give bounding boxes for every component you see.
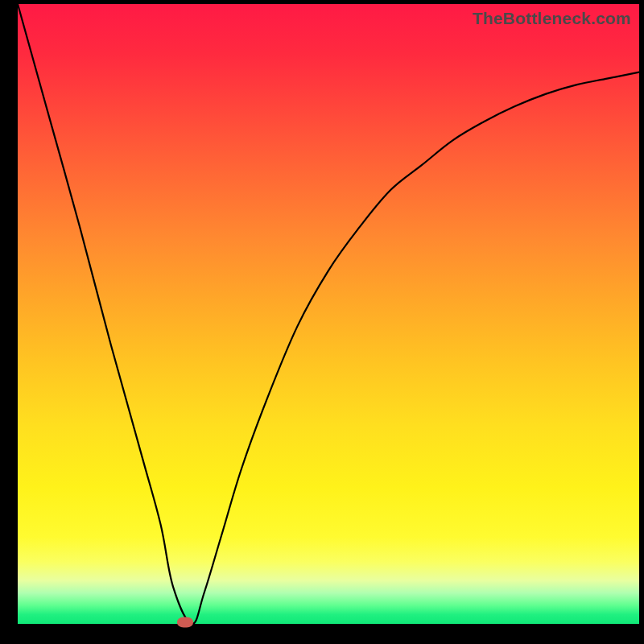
plot-area: TheBottleneck.com: [18, 4, 639, 624]
bottleneck-curve: [18, 4, 639, 624]
chart-frame: TheBottleneck.com: [0, 0, 644, 644]
curve-svg: [18, 4, 639, 624]
minimum-marker: [177, 617, 193, 628]
